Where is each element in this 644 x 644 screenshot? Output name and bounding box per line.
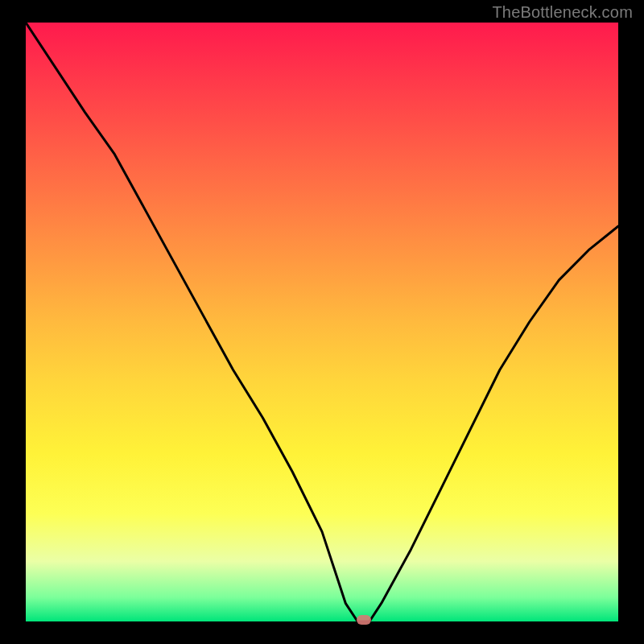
plot-area — [26, 23, 618, 621]
watermark-text: TheBottleneck.com — [492, 3, 633, 22]
minimum-marker — [357, 615, 371, 625]
chart-frame: TheBottleneck.com — [0, 0, 644, 644]
curve-svg — [26, 23, 618, 621]
bottleneck-curve-path — [26, 23, 618, 621]
